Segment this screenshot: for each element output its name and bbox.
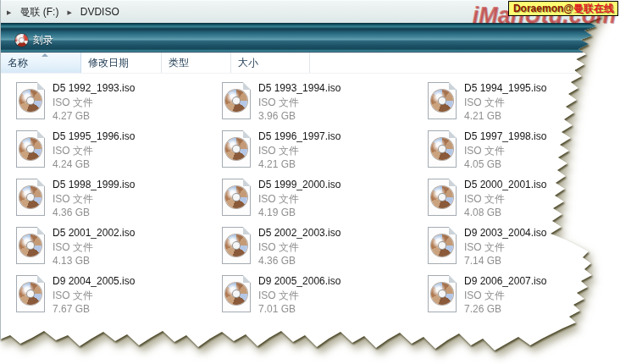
file-size: 4.24 GB <box>53 157 135 171</box>
file-name: D5 2000_2001.iso <box>464 178 546 192</box>
file-type: ISO 文件 <box>464 240 546 254</box>
file-item[interactable]: D9 2006_2007.iso ISO 文件 7.26 GB <box>424 273 620 321</box>
column-header-label: 类型 <box>169 56 189 70</box>
iso-file-icon <box>428 82 457 119</box>
file-size: 4.36 GB <box>258 254 340 267</box>
file-type: ISO 文件 <box>53 144 135 157</box>
disc-icon <box>19 283 42 305</box>
file-name: D9 2005_2006.iso <box>258 274 340 289</box>
file-item[interactable]: D9 2005_2006.iso ISO 文件 7.01 GB <box>219 273 424 321</box>
disc-icon <box>431 283 453 305</box>
file-type: ISO 文件 <box>464 192 546 206</box>
disc-icon <box>19 186 42 208</box>
file-type: ISO 文件 <box>258 144 340 157</box>
command-toolbar: 刻录 <box>1 29 620 52</box>
burn-button-label: 刻录 <box>33 33 53 47</box>
disc-icon <box>431 186 453 208</box>
disc-icon <box>225 186 247 208</box>
breadcrumb-arrow-icon: ▶ <box>7 9 11 15</box>
iso-file-icon <box>222 275 251 312</box>
file-meta: D5 1992_1993.iso ISO 文件 4.27 GB <box>53 81 135 123</box>
iso-file-icon <box>428 275 457 312</box>
uploader-label-suffix: 曼联在线 <box>573 3 614 14</box>
uploader-label: Doraemon@曼联在线 <box>508 1 618 16</box>
file-size: 4.21 GB <box>464 109 546 123</box>
file-type: ISO 文件 <box>53 289 135 302</box>
column-header-type[interactable]: 类型 <box>162 52 231 73</box>
disc-icon <box>225 283 247 305</box>
file-item[interactable]: D5 2001_2002.iso ISO 文件 4.13 GB <box>13 224 219 273</box>
file-size: 4.08 GB <box>464 206 546 219</box>
file-item[interactable]: D5 1998_1999.iso ISO 文件 4.36 GB <box>13 176 219 224</box>
disc-icon <box>431 90 453 112</box>
file-size: 7.14 GB <box>464 254 546 267</box>
file-name: D5 2002_2003.iso <box>258 226 340 240</box>
iso-file-icon <box>16 275 45 312</box>
column-header-label: 名称 <box>8 56 28 70</box>
file-item[interactable]: D5 1997_1998.iso ISO 文件 4.05 GB <box>424 128 620 176</box>
file-item[interactable]: D9 2003_2004.iso ISO 文件 7.14 GB <box>424 224 620 273</box>
file-item[interactable]: D5 2002_2003.iso ISO 文件 4.36 GB <box>219 224 424 273</box>
file-size: 4.36 GB <box>53 206 135 219</box>
disc-icon <box>225 90 247 112</box>
iso-file-icon <box>428 227 457 264</box>
file-type: ISO 文件 <box>258 96 340 109</box>
file-size: 4.27 GB <box>53 109 135 123</box>
disc-icon <box>19 138 42 160</box>
file-item[interactable]: D5 2000_2001.iso ISO 文件 4.08 GB <box>424 176 620 224</box>
sort-ascending-icon <box>42 53 48 57</box>
iso-file-icon <box>222 82 251 119</box>
divider-band <box>1 23 620 29</box>
file-meta: D5 2001_2002.iso ISO 文件 4.13 GB <box>53 226 135 267</box>
column-header-row: 名称 修改日期 类型 大小 <box>1 52 620 74</box>
file-meta: D9 2005_2006.iso ISO 文件 7.01 GB <box>258 274 340 316</box>
file-meta: D9 2003_2004.iso ISO 文件 7.14 GB <box>464 226 546 267</box>
iso-file-icon <box>16 82 45 119</box>
file-name: D5 1993_1994.iso <box>258 81 340 96</box>
file-name: D9 2003_2004.iso <box>464 226 546 240</box>
column-header-date-modified[interactable]: 修改日期 <box>81 52 162 73</box>
file-size: 4.13 GB <box>53 254 135 267</box>
file-item[interactable]: D5 1995_1996.iso ISO 文件 4.24 GB <box>13 128 219 176</box>
uploader-label-prefix: Doraemon@ <box>513 3 573 14</box>
iso-file-icon <box>428 179 457 216</box>
file-name: D5 1994_1995.iso <box>464 81 546 96</box>
disc-icon <box>19 90 42 112</box>
file-name: D5 2001_2002.iso <box>53 226 135 240</box>
file-grid: D5 1992_1993.iso ISO 文件 4.27 GB D5 1993_… <box>1 74 620 321</box>
torn-page-shadow: ▶ 曼联 (F:) ▶ DVDISO 刻录 名称 <box>0 0 620 364</box>
iso-file-icon <box>16 130 45 168</box>
file-size: 7.01 GB <box>258 302 340 316</box>
file-item[interactable]: D5 1994_1995.iso ISO 文件 4.21 GB <box>424 80 620 128</box>
file-type: ISO 文件 <box>53 192 135 206</box>
file-meta: D5 2002_2003.iso ISO 文件 4.36 GB <box>258 226 340 267</box>
file-item[interactable]: D5 1996_1997.iso ISO 文件 4.21 GB <box>219 128 424 176</box>
file-item[interactable]: D5 1993_1994.iso ISO 文件 3.96 GB <box>219 80 424 128</box>
column-header-name[interactable]: 名称 <box>1 52 81 73</box>
file-meta: D5 1998_1999.iso ISO 文件 4.36 GB <box>53 178 135 219</box>
breadcrumb-folder[interactable]: DVDISO <box>78 4 122 19</box>
file-size: 3.96 GB <box>258 109 340 123</box>
file-meta: D5 1997_1998.iso ISO 文件 4.05 GB <box>464 130 546 171</box>
file-item[interactable]: D9 2004_2005.iso ISO 文件 7.67 GB <box>13 273 219 321</box>
breadcrumb-arrow-icon: ▶ <box>67 9 71 15</box>
iso-file-icon <box>222 130 251 168</box>
column-header-size[interactable]: 大小 <box>231 52 310 73</box>
file-meta: D5 1995_1996.iso ISO 文件 4.24 GB <box>53 130 135 171</box>
file-item[interactable]: D5 1999_2000.iso ISO 文件 4.19 GB <box>219 176 424 224</box>
file-size: 7.67 GB <box>53 302 135 316</box>
file-item[interactable]: D5 1992_1993.iso ISO 文件 4.27 GB <box>13 80 219 128</box>
file-meta: D5 2000_2001.iso ISO 文件 4.08 GB <box>464 178 546 219</box>
file-meta: D5 1994_1995.iso ISO 文件 4.21 GB <box>464 81 546 123</box>
file-name: D5 1996_1997.iso <box>258 130 340 144</box>
file-type: ISO 文件 <box>258 192 340 206</box>
burn-button[interactable]: 刻录 <box>8 30 61 50</box>
torn-page: ▶ 曼联 (F:) ▶ DVDISO 刻录 名称 <box>0 0 620 364</box>
file-name: D5 1992_1993.iso <box>53 81 135 96</box>
breadcrumb-drive[interactable]: 曼联 (F:) <box>17 3 61 21</box>
file-size: 4.05 GB <box>464 157 546 171</box>
file-size: 4.21 GB <box>258 157 340 171</box>
disc-icon <box>431 138 453 160</box>
file-name: D5 1997_1998.iso <box>464 130 546 144</box>
file-type: ISO 文件 <box>464 96 546 109</box>
